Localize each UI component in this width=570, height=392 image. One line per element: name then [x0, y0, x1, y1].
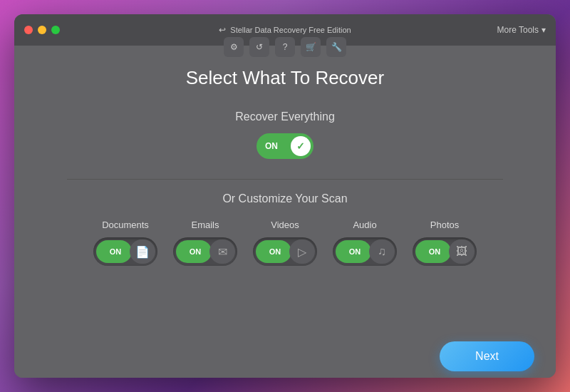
app-window: ↩ Stellar Data Recovery Free Edition ⚙ ↺…: [14, 14, 556, 378]
emails-on-area: ON: [176, 240, 212, 263]
checkmark-icon: ✓: [296, 140, 305, 152]
documents-icon-box: 📄: [130, 239, 155, 264]
videos-icon-box: ▷: [289, 239, 315, 264]
help-icon-btn[interactable]: ?: [275, 37, 295, 57]
audio-on-area: ON: [336, 240, 371, 263]
documents-icon: 📄: [135, 245, 150, 259]
documents-label: Documents: [102, 220, 149, 230]
videos-icon: ▷: [298, 245, 306, 259]
settings-icon-btn[interactable]: ⚙: [224, 37, 244, 57]
videos-on-area: ON: [256, 240, 291, 263]
more-tools-arrow-icon: ▾: [542, 25, 546, 35]
main-content: Select What To Recover Recover Everythin…: [14, 46, 556, 335]
videos-label: Videos: [271, 220, 299, 230]
title-bar: ↩ Stellar Data Recovery Free Edition ⚙ ↺…: [14, 14, 556, 46]
audio-toggle[interactable]: ON ♫: [333, 237, 397, 266]
photos-label: Photos: [430, 220, 459, 230]
photos-toggle[interactable]: ON 🖼: [413, 237, 477, 266]
audio-on-text: ON: [349, 247, 361, 256]
documents-on-text: ON: [110, 247, 122, 256]
tools-icon-btn[interactable]: 🔧: [326, 37, 346, 57]
next-button[interactable]: Next: [440, 341, 534, 371]
maximize-button[interactable]: [51, 26, 60, 34]
page-title: Select What To Recover: [186, 67, 384, 89]
photos-on-area: ON: [415, 240, 451, 263]
title-center: ↩ Stellar Data Recovery Free Edition: [219, 25, 351, 35]
emails-toggle[interactable]: ON ✉: [173, 237, 237, 266]
emails-icon: ✉: [218, 245, 227, 259]
audio-label: Audio: [353, 220, 376, 230]
emails-label: Emails: [191, 220, 219, 230]
category-audio: Audio ON ♫: [333, 220, 397, 266]
photos-on-text: ON: [429, 247, 441, 256]
documents-toggle[interactable]: ON 📄: [93, 237, 157, 266]
emails-icon-box: ✉: [209, 239, 235, 264]
recover-toggle-on-text: ON: [265, 141, 278, 151]
history-icon-btn[interactable]: ↺: [249, 37, 269, 57]
recover-everything-label: Recover Everything: [235, 110, 335, 123]
minimize-button[interactable]: [38, 26, 46, 34]
videos-on-text: ON: [269, 247, 281, 256]
recover-toggle-knob: ✓: [291, 136, 311, 156]
photos-icon: 🖼: [456, 245, 467, 258]
close-button[interactable]: [24, 26, 33, 34]
videos-toggle[interactable]: ON ▷: [253, 237, 317, 266]
customize-label: Or Customize Your Scan: [222, 192, 347, 205]
traffic-lights: [24, 26, 60, 34]
category-photos: Photos ON 🖼: [413, 220, 477, 266]
audio-icon-box: ♫: [369, 239, 395, 264]
photos-icon-box: 🖼: [449, 239, 475, 264]
more-tools-label: More Tools: [497, 25, 539, 35]
back-icon: ↩: [219, 25, 226, 35]
recover-everything-section: Recover Everything ON ✓: [235, 110, 335, 159]
more-tools-menu[interactable]: More Tools ▾: [497, 25, 546, 35]
divider: [67, 179, 503, 180]
documents-on-area: ON: [96, 240, 132, 263]
category-documents: Documents ON 📄: [93, 220, 157, 266]
emails-on-text: ON: [190, 247, 202, 256]
bottom-bar: Next: [14, 335, 556, 378]
cart-icon-btn[interactable]: 🛒: [301, 37, 321, 57]
audio-icon: ♫: [378, 245, 386, 258]
app-title: Stellar Data Recovery Free Edition: [230, 26, 351, 34]
recover-everything-toggle[interactable]: ON ✓: [256, 133, 314, 159]
categories-row: Documents ON 📄 Emails ON: [93, 220, 477, 266]
category-videos: Videos ON ▷: [253, 220, 317, 266]
category-emails: Emails ON ✉: [173, 220, 237, 266]
